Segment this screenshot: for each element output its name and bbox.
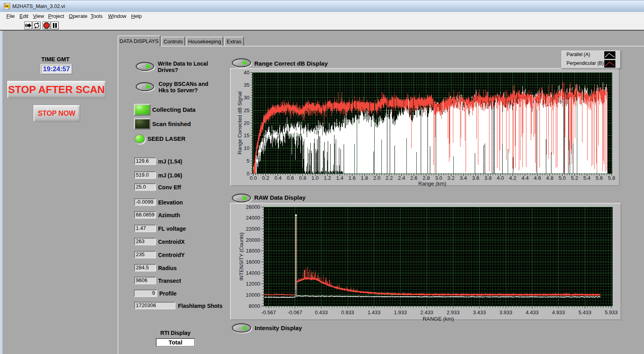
svg-text:15: 15 — [244, 132, 249, 138]
svg-text:10000: 10000 — [246, 292, 260, 298]
svg-text:0.433: 0.433 — [315, 309, 328, 315]
svg-text:4.4: 4.4 — [522, 175, 529, 181]
svg-text:3.8: 3.8 — [484, 175, 491, 181]
svg-text:3.0: 3.0 — [435, 175, 442, 181]
svg-text:INTENSITY (Counts): INTENSITY (Counts) — [238, 232, 244, 280]
svg-text:4.433: 4.433 — [526, 309, 539, 315]
svg-text:0.0: 0.0 — [249, 175, 257, 181]
svg-text:3.933: 3.933 — [499, 309, 512, 315]
svg-text:2.433: 2.433 — [420, 309, 433, 315]
svg-text:40: 40 — [244, 70, 249, 76]
svg-text:1.8: 1.8 — [361, 175, 368, 181]
svg-text:1.2: 1.2 — [324, 175, 331, 181]
svg-text:3.2: 3.2 — [447, 175, 454, 181]
svg-text:5.8: 5.8 — [608, 175, 615, 181]
svg-text:0: 0 — [247, 171, 249, 177]
svg-text:16000: 16000 — [246, 259, 260, 265]
svg-text:10: 10 — [244, 145, 249, 151]
svg-text:5.4: 5.4 — [583, 175, 590, 181]
svg-text:3.4: 3.4 — [460, 175, 467, 181]
svg-text:5.2: 5.2 — [571, 175, 578, 181]
svg-text:-0.067: -0.067 — [288, 309, 302, 315]
svg-text:4.933: 4.933 — [552, 309, 565, 315]
svg-text:Range (km): Range (km) — [418, 181, 447, 187]
svg-text:4.0: 4.0 — [497, 175, 504, 181]
svg-text:RANGE (km): RANGE (km) — [423, 316, 454, 322]
svg-text:4.2: 4.2 — [509, 175, 516, 181]
svg-text:22000: 22000 — [246, 226, 260, 232]
svg-text:35: 35 — [244, 82, 249, 88]
svg-text:1.6: 1.6 — [348, 175, 356, 181]
svg-text:24000: 24000 — [246, 215, 260, 221]
svg-text:20000: 20000 — [246, 237, 260, 243]
svg-text:18000: 18000 — [246, 248, 260, 254]
svg-text:3.6: 3.6 — [472, 175, 479, 181]
svg-text:12000: 12000 — [246, 281, 260, 287]
svg-text:26000: 26000 — [246, 204, 260, 210]
svg-text:25: 25 — [244, 107, 249, 113]
svg-text:0.4: 0.4 — [275, 175, 282, 181]
svg-text:-0.567: -0.567 — [261, 309, 276, 315]
svg-text:1.933: 1.933 — [394, 309, 407, 315]
svg-text:5: 5 — [247, 158, 249, 164]
svg-text:0.8: 0.8 — [299, 175, 306, 181]
svg-text:4.8: 4.8 — [546, 175, 553, 181]
svg-text:5.0: 5.0 — [559, 175, 566, 181]
svg-text:8000: 8000 — [249, 303, 260, 309]
svg-text:2.6: 2.6 — [410, 175, 418, 181]
svg-text:1.0: 1.0 — [311, 175, 319, 181]
svg-text:1.4: 1.4 — [336, 175, 343, 181]
svg-text:0.2: 0.2 — [262, 175, 269, 181]
svg-text:30: 30 — [244, 95, 249, 101]
svg-text:5.6: 5.6 — [596, 175, 603, 181]
svg-text:Range Corrected dB Signal: Range Corrected dB Signal — [237, 91, 243, 154]
svg-text:0.933: 0.933 — [341, 309, 354, 315]
svg-text:14000: 14000 — [246, 270, 260, 276]
svg-text:2.4: 2.4 — [398, 175, 405, 181]
svg-text:1.433: 1.433 — [367, 309, 381, 315]
svg-text:2.933: 2.933 — [447, 309, 460, 315]
svg-text:3.433: 3.433 — [473, 309, 486, 315]
svg-text:5.433: 5.433 — [578, 309, 592, 315]
svg-text:2.2: 2.2 — [386, 175, 393, 181]
svg-text:4.6: 4.6 — [534, 175, 541, 181]
svg-text:5.933: 5.933 — [605, 309, 618, 315]
svg-text:2.8: 2.8 — [423, 175, 430, 181]
svg-text:20: 20 — [244, 120, 249, 126]
svg-text:0.6: 0.6 — [287, 175, 294, 181]
svg-text:2.0: 2.0 — [373, 175, 380, 181]
